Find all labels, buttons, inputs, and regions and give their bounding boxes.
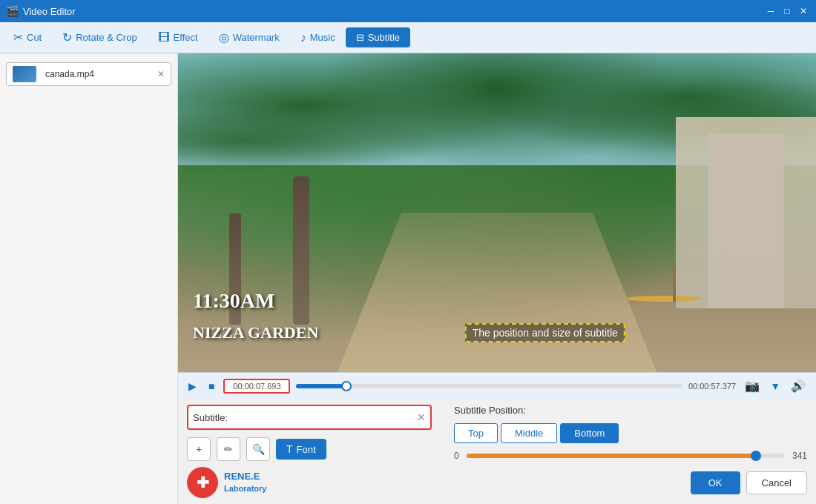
maximize-button[interactable]: □: [780, 4, 794, 18]
position-top-button[interactable]: Top: [454, 423, 498, 443]
path-overlay: [338, 213, 657, 372]
video-text-time: 11:30AM: [193, 289, 274, 313]
search-subtitle-button[interactable]: 🔍: [246, 437, 270, 461]
tab-music[interactable]: ♪ Music: [290, 27, 346, 49]
stop-button[interactable]: ■: [205, 379, 217, 394]
app-title: Video Editor: [23, 6, 76, 17]
font-button[interactable]: T Font: [276, 439, 326, 460]
dialog-buttons: OK Cancel: [691, 471, 807, 494]
position-title: Subtitle Position:: [454, 405, 807, 416]
position-buttons: Top Middle Bottom: [454, 423, 807, 443]
title-bar: 🎬 Video Editor ─ □ ✕: [0, 0, 816, 22]
slider-thumb[interactable]: [751, 451, 761, 461]
subtitle-input-section: Subtitle: ✕ + ✏ 🔍 T Font: [187, 405, 432, 461]
tab-rotate[interactable]: ↻ Rotate & Crop: [52, 26, 147, 49]
total-time-display: 00:00:57.377: [688, 382, 736, 391]
video-container: 11:30AM NIZZA GARDEN The position and si…: [178, 53, 816, 504]
file-thumbnail: [13, 66, 36, 82]
camera-button[interactable]: 📷: [742, 377, 763, 394]
file-tab[interactable]: canada.mp4 ✕: [6, 62, 171, 86]
effect-icon: 🎞: [158, 31, 170, 44]
edit-subtitle-button[interactable]: ✏: [217, 437, 240, 461]
subtitle-text-input[interactable]: [232, 412, 417, 423]
volume-button[interactable]: 🔊: [788, 377, 809, 394]
close-button[interactable]: ✕: [797, 4, 810, 18]
clear-input-button[interactable]: ✕: [417, 411, 426, 423]
ok-button[interactable]: OK: [691, 471, 740, 494]
app-icon: 🎬: [6, 5, 19, 17]
tab-cut[interactable]: ✂ Cut: [3, 26, 52, 49]
timeline-thumb[interactable]: [341, 381, 352, 391]
lower-row: Subtitle: ✕ + ✏ 🔍 T Font Subtitle Positi…: [178, 399, 816, 464]
tree-trunk-1: [293, 176, 309, 325]
slider-max-label: 341: [792, 451, 807, 461]
file-name: canada.mp4: [45, 69, 94, 79]
play-button[interactable]: ▶: [185, 379, 200, 394]
logo-name: RENE.E: [224, 471, 266, 483]
logo-section: ✚ RENE.E Laboratory: [187, 467, 266, 498]
tab-subtitle[interactable]: ⊟ Subtitle: [346, 27, 410, 47]
video-text-location: NIZZA GARDEN: [193, 323, 318, 342]
tab-watermark[interactable]: ◎ Watermark: [208, 26, 290, 49]
cancel-button[interactable]: Cancel: [746, 471, 807, 494]
main-layout: canada.mp4 ✕ 11:30AM N: [0, 53, 816, 504]
logo-text: RENE.E Laboratory: [224, 471, 266, 494]
position-slider[interactable]: [467, 454, 785, 458]
position-middle-button[interactable]: Middle: [501, 423, 557, 443]
footer-row: ✚ RENE.E Laboratory OK Cancel: [178, 464, 816, 504]
file-close-icon[interactable]: ✕: [157, 69, 165, 79]
left-panel: canada.mp4 ✕: [0, 53, 178, 504]
player-right-controls: 📷 ▼ 🔊: [742, 377, 809, 394]
umbrella-pole: [673, 265, 676, 302]
subtitle-input-row: Subtitle: ✕: [187, 405, 432, 430]
subtitle-position-hint: The position and size of subtitle: [465, 323, 625, 342]
slider-row: 0 341: [454, 451, 807, 461]
tab-effect[interactable]: 🎞 Effect: [148, 27, 208, 49]
building-main: [708, 133, 784, 309]
tab-bar: ✂ Cut ↻ Rotate & Crop 🎞 Effect ◎ Waterma…: [0, 22, 816, 53]
logo-sub: Laboratory: [224, 483, 266, 494]
video-background: 11:30AM NIZZA GARDEN The position and si…: [178, 53, 816, 372]
font-icon: T: [286, 443, 293, 455]
minimize-button[interactable]: ─: [764, 4, 777, 18]
subtitle-position-section: Subtitle Position: Top Middle Bottom 0 3…: [454, 405, 807, 461]
add-subtitle-button[interactable]: +: [187, 437, 211, 461]
music-icon: ♪: [300, 31, 306, 44]
subtitle-label: Subtitle:: [193, 412, 228, 423]
settings-button[interactable]: ▼: [767, 379, 783, 394]
video-frame: 11:30AM NIZZA GARDEN The position and si…: [178, 53, 816, 372]
position-bottom-button[interactable]: Bottom: [560, 423, 619, 443]
player-controls: ▶ ■ 00:00:07.693 00:00:57.377 📷 ▼ 🔊: [178, 372, 816, 399]
current-time-display: 00:00:07.693: [223, 379, 290, 394]
subtitle-icon: ⊟: [356, 32, 364, 43]
timeline-track[interactable]: [296, 384, 682, 388]
logo-icon: ✚: [187, 467, 218, 498]
cut-icon: ✂: [13, 30, 23, 44]
slider-min-label: 0: [454, 451, 459, 461]
subtitle-actions: + ✏ 🔍 T Font: [187, 437, 432, 461]
watermark-icon: ◎: [219, 30, 229, 44]
slider-fill: [467, 454, 757, 458]
timeline-progress: [296, 384, 346, 388]
rotate-icon: ↻: [62, 30, 72, 44]
